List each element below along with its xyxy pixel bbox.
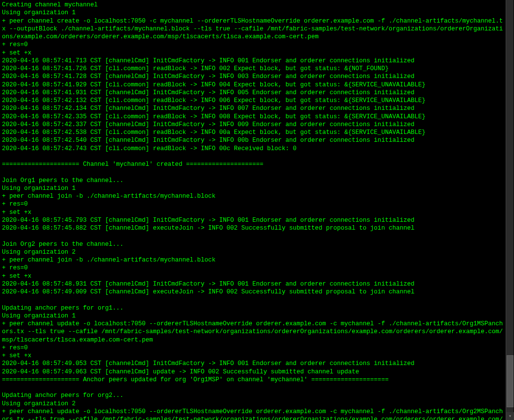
terminal-line: + res=0 bbox=[2, 344, 504, 352]
terminal-line bbox=[2, 232, 504, 240]
terminal-line: Using organization 1 bbox=[2, 9, 504, 17]
terminal-line: 2020-04-16 08:57:49.063 CST [channelCmd]… bbox=[2, 368, 504, 376]
terminal-line: 2020-04-16 08:57:41.713 CST [channelCmd]… bbox=[2, 57, 504, 65]
terminal-line: 2020-04-16 08:57:45.793 CST [channelCmd]… bbox=[2, 216, 504, 224]
terminal-line bbox=[2, 384, 504, 392]
terminal-line: 2020-04-16 08:57:49.009 CST [channelCmd]… bbox=[2, 288, 504, 296]
terminal-output[interactable]: Creating channel mychannelUsing organiza… bbox=[0, 0, 506, 420]
terminal-line: + res=0 bbox=[2, 41, 504, 49]
terminal-line bbox=[2, 168, 504, 176]
terminal-line: + set +x bbox=[2, 209, 504, 216]
terminal-line: Updating anchor peers for org1... bbox=[2, 304, 504, 312]
terminal-line: + set +x bbox=[2, 352, 504, 360]
terminal-line: 2020-04-16 08:57:42.540 CST [channelCmd]… bbox=[2, 136, 504, 144]
terminal-line: + set +x bbox=[2, 49, 504, 57]
terminal-line: + peer channel update -o localhost:7050 … bbox=[2, 408, 504, 420]
terminal-line: 2020-04-16 08:57:42.132 CST [cli.common]… bbox=[2, 97, 504, 105]
terminal-line: 2020-04-16 08:57:48.931 CST [channelCmd]… bbox=[2, 280, 504, 288]
terminal-line: 2020-04-16 08:57:41.726 CST [cli.common]… bbox=[2, 65, 504, 73]
terminal-line: Updating anchor peers for org2... bbox=[2, 392, 504, 399]
terminal-line: ===================== Anchor peers updat… bbox=[2, 376, 504, 384]
terminal-line: Using organization 2 bbox=[2, 400, 504, 408]
terminal-line: 2020-04-16 08:57:42.335 CST [cli.common]… bbox=[2, 113, 504, 121]
scroll-down-button[interactable]: ▾ bbox=[506, 412, 514, 420]
terminal-line: Using organization 2 bbox=[2, 248, 504, 256]
terminal-line: + peer channel update -o localhost:7050 … bbox=[2, 320, 504, 344]
terminal-line: Using organization 1 bbox=[2, 312, 504, 320]
terminal-line: Creating channel mychannel bbox=[2, 1, 504, 9]
terminal-line: + res=0 bbox=[2, 200, 504, 208]
terminal-line: 2020-04-16 08:57:42.337 CST [channelCmd]… bbox=[2, 121, 504, 129]
terminal-line: 2020-04-16 08:57:42.743 CST [cli.common]… bbox=[2, 145, 504, 153]
terminal-line: Using organization 1 bbox=[2, 184, 504, 192]
terminal-line: + peer channel join -b ./channel-artifac… bbox=[2, 256, 504, 264]
terminal-line: + peer channel create -o localhost:7050 … bbox=[2, 17, 504, 41]
terminal-line: + peer channel join -b ./channel-artifac… bbox=[2, 192, 504, 200]
terminal-line: 2020-04-16 08:57:45.882 CST [channelCmd]… bbox=[2, 224, 504, 232]
terminal-line: + set +x bbox=[2, 272, 504, 280]
scrollbar[interactable]: ▾ bbox=[506, 0, 514, 420]
terminal-line bbox=[2, 296, 504, 304]
terminal-line: Join Org1 peers to the channel... bbox=[2, 177, 504, 184]
terminal-line: 2020-04-16 08:57:49.053 CST [channelCmd]… bbox=[2, 360, 504, 368]
terminal-line: ===================== Channel 'mychannel… bbox=[2, 160, 504, 168]
terminal-line: 2020-04-16 08:57:42.538 CST [cli.common]… bbox=[2, 129, 504, 136]
terminal-line: Join Org2 peers to the channel... bbox=[2, 240, 504, 248]
terminal-line: + res=0 bbox=[2, 264, 504, 272]
terminal-line: 2020-04-16 08:57:41.728 CST [channelCmd]… bbox=[2, 73, 504, 80]
terminal-line: 2020-04-16 08:57:41.931 CST [channelCmd]… bbox=[2, 89, 504, 97]
terminal-line: 2020-04-16 08:57:41.929 CST [cli.common]… bbox=[2, 81, 504, 89]
scroll-thumb[interactable] bbox=[507, 355, 514, 407]
terminal-line bbox=[2, 153, 504, 160]
terminal-line: 2020-04-16 08:57:42.134 CST [channelCmd]… bbox=[2, 105, 504, 112]
